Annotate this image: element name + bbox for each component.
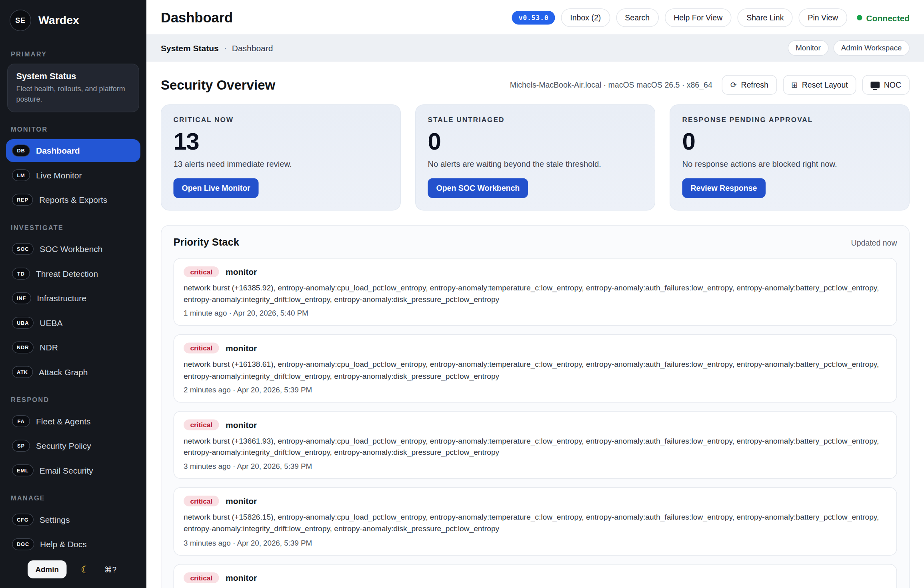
sidebar-item-badge: DB (12, 144, 30, 156)
sidebar-item-label: Dashboard (36, 146, 80, 155)
system-status-card-desc: Fleet health, rollouts, and platform pos… (16, 84, 130, 104)
sidebar-item-label: Reports & Exports (39, 195, 107, 204)
reset-layout-label: Reset Layout (802, 80, 848, 90)
alert-timestamp: 1 minute ago · Apr 20, 2026, 5:40 PM (184, 309, 887, 318)
brand: SE Wardex (0, 0, 146, 40)
alert-source: monitor (226, 420, 257, 430)
alert-header: criticalmonitor (184, 419, 887, 430)
sidebar-item-badge: REP (12, 194, 33, 206)
sidebar-item-infrastructure[interactable]: INFInfrastructure (6, 286, 140, 309)
sidebar-item-badge: NDR (12, 341, 34, 353)
app-root: SE Wardex PrimarySystem StatusFleet heal… (0, 0, 924, 588)
stat-card-response-pending-approval: Response Pending Approval0No response ac… (670, 104, 910, 211)
sidebar-section-label-primary: Primary (0, 40, 146, 62)
admin-button[interactable]: Admin (28, 560, 66, 578)
sidebar-item-badge: ATK (12, 366, 33, 378)
review-response-button[interactable]: Review Response (682, 178, 766, 198)
updated-timestamp: Updated now (851, 238, 897, 247)
sidebar-item-badge: SOC (12, 243, 34, 255)
sidebar-section-label-monitor: Monitor (0, 114, 146, 137)
header-button-help-for-view[interactable]: Help For View (665, 8, 732, 27)
sidebar-item-label: UEBA (40, 318, 62, 327)
breadcrumb-bar: System Status · Dashboard Monitor Admin … (146, 34, 924, 62)
breadcrumb-current: Dashboard (232, 43, 273, 53)
alert-card[interactable]: criticalmonitornetwork burst (+13661.93)… (174, 411, 897, 479)
sidebar-item-badge: EML (12, 464, 34, 476)
stat-description: No response actions are blocked right no… (682, 160, 897, 169)
main-area: Dashboard v0.53.0 Inbox (2)SearchHelp Fo… (146, 0, 924, 588)
header-button-pin-view[interactable]: Pin View (799, 8, 847, 27)
section-title: Security Overview (161, 77, 275, 93)
alert-card[interactable]: criticalmonitornetwork burst (+25258.10)… (174, 564, 897, 588)
sidebar-item-live-monitor[interactable]: LMLive Monitor (6, 164, 140, 186)
refresh-icon: ⟳ (730, 80, 737, 90)
keyboard-shortcut-hint[interactable]: ⌘? (104, 565, 116, 574)
alert-card[interactable]: criticalmonitornetwork burst (+16138.61)… (174, 334, 897, 402)
refresh-button[interactable]: ⟳ Refresh (722, 75, 777, 95)
version-badge: v0.53.0 (512, 11, 555, 25)
sidebar-item-badge: CFG (12, 513, 34, 525)
sidebar-item-soc-workbench[interactable]: SOCSOC Workbench (6, 237, 140, 260)
reset-layout-button[interactable]: ⊞ Reset Layout (783, 75, 856, 95)
sidebar-item-badge: DOC (12, 538, 34, 550)
alert-header: criticalmonitor (184, 572, 887, 583)
severity-badge: critical (184, 572, 219, 583)
stat-card-critical-now: Critical Now1313 alerts need immediate r… (161, 104, 401, 211)
alert-header: criticalmonitor (184, 343, 887, 354)
sidebar-section-label-investigate: Investigate (0, 213, 146, 236)
alert-source: monitor (226, 573, 257, 582)
alert-timestamp: 3 minutes ago · Apr 20, 2026, 5:39 PM (184, 462, 887, 470)
sidebar-item-label: Security Policy (36, 441, 91, 450)
admin-workspace-chip[interactable]: Admin Workspace (833, 40, 910, 56)
sidebar-item-threat-detection[interactable]: TDThreat Detection (6, 262, 140, 285)
severity-badge: critical (184, 419, 219, 430)
header-button-search[interactable]: Search (616, 8, 659, 27)
sidebar-item-label: SOC Workbench (40, 244, 102, 254)
sidebar-item-reports-exports[interactable]: REPReports & Exports (6, 188, 140, 211)
alert-source: monitor (226, 267, 257, 277)
alert-description: network burst (+13661.93), entropy-anoma… (184, 435, 887, 458)
theme-toggle-moon-icon[interactable]: ☾ (81, 563, 90, 576)
sidebar-item-badge: FA (12, 415, 30, 427)
sidebar-item-label: NDR (40, 342, 58, 352)
monitor-workspace-chip[interactable]: Monitor (788, 40, 829, 56)
sidebar-item-label: Infrastructure (37, 293, 86, 303)
sidebar-item-ueba[interactable]: UBAUEBA (6, 311, 140, 334)
sidebar-item-email-security[interactable]: EMLEmail Security (6, 459, 140, 482)
alert-source: monitor (226, 496, 257, 506)
stats-grid: Critical Now1313 alerts need immediate r… (161, 104, 910, 211)
workspace-switcher: Monitor Admin Workspace (788, 40, 910, 56)
stat-description: No alerts are waiting beyond the stale t… (428, 160, 643, 169)
header-button-inbox-2[interactable]: Inbox (2) (561, 8, 610, 27)
priority-stack-panel: Priority Stack Updated now criticalmonit… (161, 225, 910, 588)
sidebar-item-label: Attack Graph (39, 367, 88, 376)
alert-list: criticalmonitornetwork burst (+16385.92)… (174, 258, 897, 588)
top-bar: Dashboard v0.53.0 Inbox (2)SearchHelp Fo… (146, 0, 924, 34)
header-button-share-link[interactable]: Share Link (738, 8, 793, 27)
alert-card[interactable]: criticalmonitornetwork burst (+16385.92)… (174, 258, 897, 326)
connection-status: Connected (856, 13, 910, 22)
sidebar-item-badge: TD (12, 267, 30, 279)
priority-stack-title: Priority Stack (174, 236, 239, 248)
sidebar-item-settings[interactable]: CFGSettings (6, 508, 140, 531)
overview-header: Security Overview Michels-MacBook-Air.lo… (161, 62, 910, 105)
top-actions: v0.53.0 Inbox (2)SearchHelp For ViewShar… (512, 8, 910, 27)
sidebar-item-security-policy[interactable]: SPSecurity Policy (6, 434, 140, 457)
severity-badge: critical (184, 343, 219, 354)
stat-label: Response Pending Approval (682, 116, 897, 123)
sidebar-section-label-respond: Respond (0, 385, 146, 408)
noc-button[interactable]: NOC (862, 75, 910, 95)
sidebar-item-dashboard[interactable]: DBDashboard (6, 139, 140, 162)
open-soc-workbench-button[interactable]: Open SOC Workbench (428, 178, 528, 198)
alert-description: network burst (+16138.61), entropy-anoma… (184, 358, 887, 382)
sidebar-item-ndr[interactable]: NDRNDR (6, 336, 140, 358)
breadcrumb: System Status · Dashboard (161, 43, 273, 53)
sidebar-item-fleet-agents[interactable]: FAFleet & Agents (6, 410, 140, 432)
open-live-monitor-button[interactable]: Open Live Monitor (174, 178, 259, 198)
monitor-screen-icon (871, 82, 880, 88)
sidebar-item-attack-graph[interactable]: ATKAttack Graph (6, 360, 140, 383)
alert-card[interactable]: criticalmonitornetwork burst (+15826.15)… (174, 487, 897, 555)
sidebar-item-label: Email Security (40, 465, 93, 475)
breadcrumb-primary[interactable]: System Status (161, 43, 219, 53)
system-status-card[interactable]: System StatusFleet health, rollouts, and… (7, 64, 139, 112)
